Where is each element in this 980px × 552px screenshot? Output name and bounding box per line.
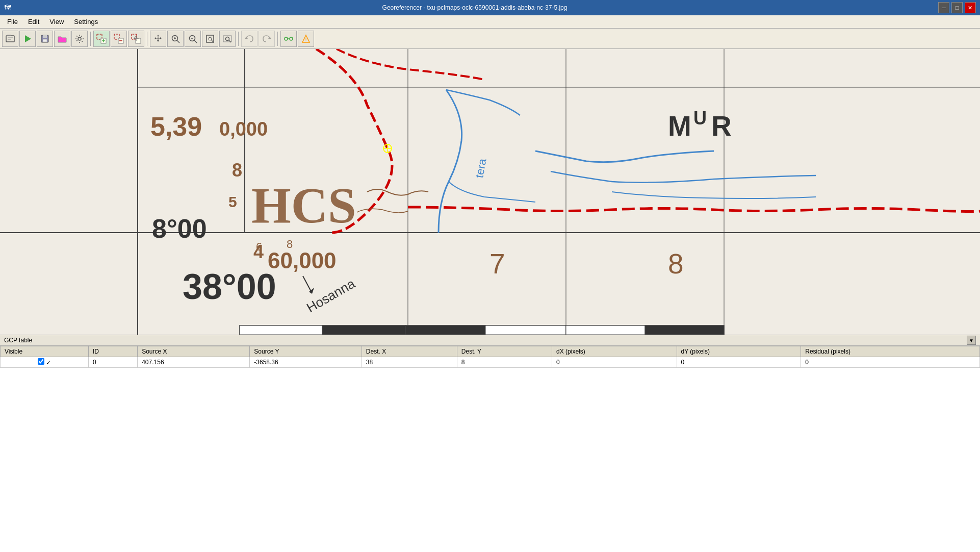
row-dx: 0 (552, 357, 677, 368)
gcp-header: GCP table ▼ (0, 335, 980, 346)
gcp-panel: GCP table ▼ Visible ID Source X Source Y… (0, 335, 980, 552)
svg-rect-70 (322, 325, 405, 335)
svg-rect-0 (6, 36, 14, 42)
link-geo-button[interactable] (280, 31, 297, 47)
svg-text:8°00: 8°00 (152, 214, 207, 243)
menu-view[interactable]: View (44, 17, 69, 27)
col-dy: dY (pixels) (677, 346, 801, 357)
separator-2 (147, 32, 147, 46)
zoom-layer-button[interactable] (202, 31, 218, 47)
start-georef-button[interactable] (19, 31, 36, 47)
about-button[interactable]: ! (298, 31, 314, 47)
svg-rect-76 (645, 325, 724, 335)
svg-line-21 (177, 40, 179, 43)
menu-settings[interactable]: Settings (69, 17, 103, 27)
svg-text:38°00: 38°00 (183, 267, 276, 307)
svg-text:5: 5 (228, 193, 237, 210)
svg-rect-72 (405, 325, 485, 335)
settings-button[interactable] (71, 31, 88, 47)
save-button[interactable] (37, 31, 53, 47)
app-icon: 🗺 (4, 4, 11, 12)
separator-4 (277, 32, 278, 46)
svg-point-26 (209, 37, 212, 40)
svg-marker-32 (268, 37, 271, 39)
window-title: Georeferencer - txu-pclmaps-oclc-6590061… (382, 4, 568, 11)
row-source-x: 407.156 (138, 357, 250, 368)
svg-text:8: 8 (668, 248, 684, 280)
gcp-section: GCP table ▼ Visible ID Source X Source Y… (0, 335, 980, 552)
svg-text:HCS: HCS (251, 177, 356, 234)
close-button[interactable]: ✕ (965, 2, 976, 13)
svg-text:7: 7 (489, 248, 505, 280)
gcp-table-container[interactable]: Visible ID Source X Source Y Dest. X Des… (0, 346, 980, 552)
svg-text:6: 6 (256, 240, 262, 253)
col-dest-x: Dest. X (362, 346, 457, 357)
svg-marker-31 (245, 37, 248, 39)
minimize-button[interactable]: ─ (938, 2, 949, 13)
svg-text:M: M (668, 110, 691, 142)
row-dest-x: 38 (362, 357, 457, 368)
row-source-y: -3658.36 (250, 357, 362, 368)
svg-text:0,000: 0,000 (219, 118, 268, 140)
gcp-table-body: ✓ 0 407.156 -3658.36 38 8 0 0 0 (1, 357, 980, 368)
svg-marker-4 (25, 35, 31, 42)
svg-text:U: U (693, 108, 707, 129)
gcp-table: Visible ID Source X Source Y Dest. X Des… (0, 346, 980, 368)
table-row: ✓ 0 407.156 -3658.36 38 8 0 0 0 (1, 357, 980, 368)
menubar: File Edit View Settings (0, 15, 980, 29)
map-area[interactable]: 5,39 0,000 8 5 8°00 38°00 4 60,000 6 8 H… (0, 49, 980, 335)
svg-rect-69 (240, 325, 322, 335)
titlebar: 🗺 Georeferencer - txu-pclmaps-oclc-65900… (0, 0, 980, 15)
load-gcp-button[interactable] (54, 31, 70, 47)
col-id: ID (88, 346, 137, 357)
panel-toggle[interactable]: ▼ (967, 336, 976, 345)
svg-text:5,39: 5,39 (150, 112, 202, 141)
add-point-button[interactable] (93, 31, 110, 47)
svg-rect-1 (7, 35, 11, 36)
visible-checkbox[interactable] (38, 358, 44, 365)
redo-button[interactable] (259, 31, 275, 47)
svg-rect-6 (43, 35, 47, 38)
pan-button[interactable] (150, 31, 166, 47)
svg-point-34 (290, 37, 293, 40)
svg-point-29 (226, 37, 229, 40)
svg-rect-7 (43, 39, 47, 42)
svg-text:R: R (711, 110, 732, 142)
svg-point-8 (78, 37, 81, 40)
menu-edit[interactable]: Edit (23, 17, 44, 27)
svg-line-24 (194, 40, 197, 43)
window-controls: ─ □ ✕ (938, 2, 976, 13)
zoom-in-button[interactable] (167, 31, 184, 47)
gcp-title: GCP table (4, 337, 32, 344)
menu-file[interactable]: File (2, 17, 23, 27)
undo-button[interactable] (241, 31, 257, 47)
row-visible[interactable]: ✓ (1, 357, 89, 368)
svg-rect-37 (0, 49, 980, 335)
col-source-x: Source X (138, 346, 250, 357)
separator-3 (238, 32, 239, 46)
col-visible: Visible (1, 346, 89, 357)
svg-text:!: ! (305, 37, 307, 42)
delete-point-button[interactable] (111, 31, 127, 47)
separator-1 (90, 32, 91, 46)
col-dx: dX (pixels) (552, 346, 677, 357)
open-raster-button[interactable] (2, 31, 18, 47)
map-canvas[interactable]: 5,39 0,000 8 5 8°00 38°00 4 60,000 6 8 H… (0, 49, 980, 335)
row-dest-y: 8 (457, 357, 552, 368)
svg-text:60,000: 60,000 (268, 248, 337, 273)
map-svg: 5,39 0,000 8 5 8°00 38°00 4 60,000 6 8 H… (0, 49, 980, 335)
zoom-full-button[interactable] (219, 31, 236, 47)
row-dy: 0 (677, 357, 801, 368)
restore-button[interactable]: □ (951, 2, 963, 13)
svg-text:8: 8 (232, 160, 242, 181)
toolbar: ! (0, 29, 980, 49)
move-point-button[interactable] (128, 31, 144, 47)
col-source-y: Source Y (250, 346, 362, 357)
svg-rect-75 (566, 325, 645, 335)
col-dest-y: Dest. Y (457, 346, 552, 357)
col-residual: Residual (pixels) (801, 346, 980, 357)
row-residual: 0 (801, 357, 980, 368)
zoom-out-button[interactable] (185, 31, 201, 47)
svg-text:8: 8 (287, 238, 293, 250)
svg-point-33 (285, 37, 288, 40)
